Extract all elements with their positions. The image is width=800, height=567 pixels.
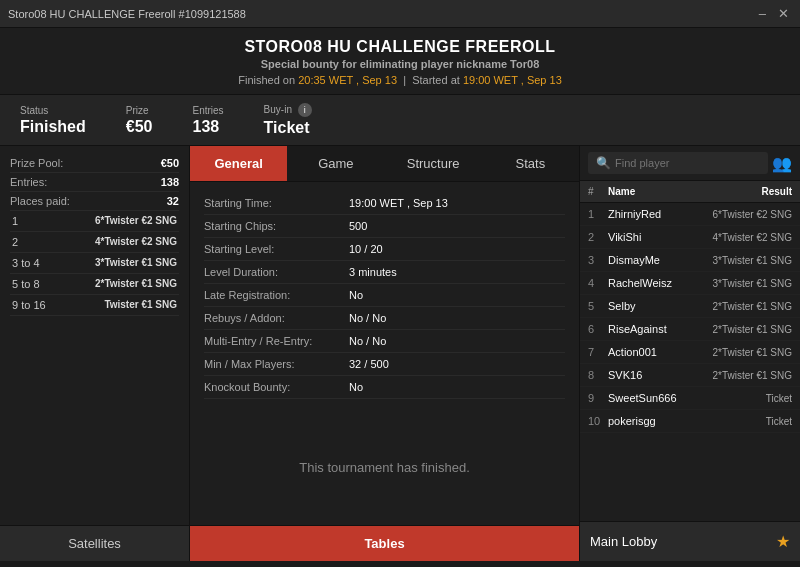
close-button[interactable]: ✕ bbox=[775, 6, 792, 21]
tab-game[interactable]: Game bbox=[287, 146, 384, 181]
tab-structure[interactable]: Structure bbox=[385, 146, 482, 181]
player-name: SweetSun666 bbox=[608, 392, 712, 404]
rank-label: 1 bbox=[12, 215, 18, 227]
minimize-button[interactable]: – bbox=[756, 6, 769, 21]
status-item-prize: Prize €50 bbox=[126, 105, 153, 136]
player-result: 2*Twister €1 SNG bbox=[712, 347, 792, 358]
prize-pool-label: Prize Pool: bbox=[10, 157, 63, 169]
player-result: 3*Twister €1 SNG bbox=[712, 255, 792, 266]
player-rank: 6 bbox=[588, 323, 608, 335]
player-row[interactable]: 2VikiShi4*Twister €2 SNG bbox=[580, 226, 800, 249]
player-row[interactable]: 9SweetSun666Ticket bbox=[580, 387, 800, 410]
info-key: Rebuys / Addon: bbox=[204, 312, 349, 324]
info-row: Min / Max Players:32 / 500 bbox=[204, 353, 565, 376]
player-result: 4*Twister €2 SNG bbox=[712, 232, 792, 243]
tournament-title: STORO08 HU CHALLENGE FREEROLL bbox=[0, 38, 800, 56]
entries-label: Entries bbox=[192, 105, 223, 116]
rank-prize: 4*Twister €2 SNG bbox=[95, 236, 177, 248]
entries-label: Entries: bbox=[10, 176, 47, 188]
tab-general[interactable]: General bbox=[190, 146, 287, 181]
player-row[interactable]: 6RiseAgainst2*Twister €1 SNG bbox=[580, 318, 800, 341]
prize-pool-value: €50 bbox=[161, 157, 179, 169]
player-row[interactable]: 5Selby2*Twister €1 SNG bbox=[580, 295, 800, 318]
info-val: 19:00 WET , Sep 13 bbox=[349, 197, 448, 209]
finished-message: This tournament has finished. bbox=[190, 409, 579, 525]
status-item-buyin: Buy-in i Ticket bbox=[264, 103, 312, 137]
finished-time: 20:35 WET , Sep 13 bbox=[298, 74, 397, 86]
status-bar: Status Finished Prize €50 Entries 138 Bu… bbox=[0, 95, 800, 146]
player-rank: 9 bbox=[588, 392, 608, 404]
status-item-status: Status Finished bbox=[20, 105, 86, 136]
rank-prize: Twister €1 SNG bbox=[104, 299, 177, 311]
player-rank: 4 bbox=[588, 277, 608, 289]
player-name: pokerisgg bbox=[608, 415, 712, 427]
info-table: Starting Time:19:00 WET , Sep 13Starting… bbox=[190, 182, 579, 409]
entries-value: 138 bbox=[192, 118, 219, 135]
player-name: RachelWeisz bbox=[608, 277, 712, 289]
player-row[interactable]: 3DismayMe3*Twister €1 SNG bbox=[580, 249, 800, 272]
info-val: 500 bbox=[349, 220, 367, 232]
player-rank: 1 bbox=[588, 208, 608, 220]
player-rank: 3 bbox=[588, 254, 608, 266]
prize-value: €50 bbox=[126, 118, 153, 135]
info-val: No / No bbox=[349, 312, 386, 324]
main-content: Prize Pool: €50 Entries: 138 Places paid… bbox=[0, 146, 800, 561]
main-lobby-button[interactable]: Main Lobby ★ bbox=[580, 521, 800, 561]
player-name: SVK16 bbox=[608, 369, 712, 381]
entries-value: 138 bbox=[161, 176, 179, 188]
player-row[interactable]: 7Action0012*Twister €1 SNG bbox=[580, 341, 800, 364]
info-val: No bbox=[349, 289, 363, 301]
tab-stats[interactable]: Stats bbox=[482, 146, 579, 181]
buyin-label: Buy-in i bbox=[264, 103, 312, 117]
info-row: Multi-Entry / Re-Entry:No / No bbox=[204, 330, 565, 353]
rank-row: 16*Twister €2 SNG bbox=[10, 211, 179, 232]
tabs-row: General Game Structure Stats bbox=[190, 146, 579, 182]
player-row[interactable]: 8SVK162*Twister €1 SNG bbox=[580, 364, 800, 387]
tables-button[interactable]: Tables bbox=[190, 525, 579, 561]
header-name: Name bbox=[608, 186, 712, 197]
search-input-wrap: 🔍 bbox=[588, 152, 768, 174]
player-result: Ticket bbox=[712, 393, 792, 404]
started-time: 19:00 WET , Sep 13 bbox=[463, 74, 562, 86]
rank-row: 5 to 82*Twister €1 SNG bbox=[10, 274, 179, 295]
player-row[interactable]: 10pokerisggTicket bbox=[580, 410, 800, 433]
info-row: Knockout Bounty:No bbox=[204, 376, 565, 399]
search-row: 🔍 👥 bbox=[580, 146, 800, 181]
info-val: 3 minutes bbox=[349, 266, 397, 278]
status-item-entries: Entries 138 bbox=[192, 105, 223, 136]
friends-icon[interactable]: 👥 bbox=[772, 154, 792, 173]
status-label: Status bbox=[20, 105, 86, 116]
player-result: 2*Twister €1 SNG bbox=[712, 301, 792, 312]
player-name: Selby bbox=[608, 300, 712, 312]
prize-pool-row: Prize Pool: €50 bbox=[10, 154, 179, 173]
places-paid-label: Places paid: bbox=[10, 195, 70, 207]
player-row[interactable]: 1ZhirniyRed6*Twister €2 SNG bbox=[580, 203, 800, 226]
player-result: 6*Twister €2 SNG bbox=[712, 209, 792, 220]
header-num: # bbox=[588, 186, 608, 197]
tournament-subtitle: Special bounty for eliminating player ni… bbox=[0, 58, 800, 70]
rank-prize: 2*Twister €1 SNG bbox=[95, 278, 177, 290]
info-row: Rebuys / Addon:No / No bbox=[204, 307, 565, 330]
player-table-header: # Name Result bbox=[580, 181, 800, 203]
info-key: Multi-Entry / Re-Entry: bbox=[204, 335, 349, 347]
info-val: No bbox=[349, 381, 363, 393]
info-row: Starting Time:19:00 WET , Sep 13 bbox=[204, 192, 565, 215]
info-key: Min / Max Players: bbox=[204, 358, 349, 370]
search-input[interactable] bbox=[615, 157, 760, 169]
player-rank: 10 bbox=[588, 415, 608, 427]
player-rank: 7 bbox=[588, 346, 608, 358]
player-row[interactable]: 4RachelWeisz3*Twister €1 SNG bbox=[580, 272, 800, 295]
player-name: DismayMe bbox=[608, 254, 712, 266]
title-bar: Storo08 HU CHALLENGE Freeroll #109912158… bbox=[0, 0, 800, 28]
rank-row: 9 to 16Twister €1 SNG bbox=[10, 295, 179, 316]
rank-label: 5 to 8 bbox=[12, 278, 40, 290]
player-result: 2*Twister €1 SNG bbox=[712, 324, 792, 335]
satellites-button[interactable]: Satellites bbox=[0, 525, 189, 561]
info-row: Late Registration:No bbox=[204, 284, 565, 307]
main-lobby-label: Main Lobby bbox=[590, 534, 657, 549]
rank-prize: 3*Twister €1 SNG bbox=[95, 257, 177, 269]
places-paid-row: Places paid: 32 bbox=[10, 192, 179, 211]
info-val: 10 / 20 bbox=[349, 243, 383, 255]
tournament-times: Finished on 20:35 WET , Sep 13 | Started… bbox=[0, 74, 800, 86]
title-bar-controls: – ✕ bbox=[756, 6, 792, 21]
